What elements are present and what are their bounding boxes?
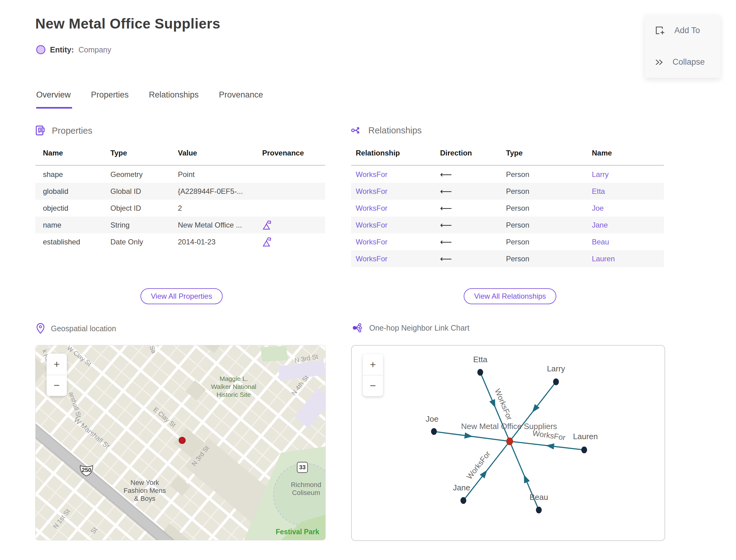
relationship-link[interactable]: WorksFor bbox=[351, 187, 435, 196]
table-row: nameStringNew Metal Office ... bbox=[35, 217, 325, 233]
tab-overview[interactable]: Overview bbox=[36, 90, 72, 109]
table-row: objectidObject ID2 bbox=[35, 200, 325, 217]
cell-direction: ⟵ bbox=[435, 220, 501, 230]
cell-direction: ⟵ bbox=[435, 186, 501, 196]
person-node-larry[interactable] bbox=[553, 378, 559, 385]
person-node-lauren[interactable] bbox=[581, 447, 587, 453]
view-all-relationships-button[interactable]: View All Relationships bbox=[464, 288, 556, 304]
relationship-link-text[interactable]: WorksFor bbox=[356, 204, 388, 212]
cell-type: Global ID bbox=[103, 187, 170, 196]
relationship-link[interactable]: WorksFor bbox=[351, 204, 435, 213]
geospatial-section-title: Geospatial location bbox=[51, 324, 116, 333]
relationship-link-text[interactable]: WorksFor bbox=[356, 255, 388, 263]
relationship-link-text[interactable]: WorksFor bbox=[356, 238, 388, 246]
entity-name-link[interactable]: Etta bbox=[587, 187, 664, 196]
table-row: WorksFor⟵PersonJoe bbox=[351, 200, 664, 217]
entity-name-link[interactable]: Jane bbox=[587, 221, 664, 229]
cell-provenance[interactable] bbox=[255, 237, 325, 247]
cell-name: objectid bbox=[35, 204, 103, 213]
cell-value: 2014-01-23 bbox=[170, 238, 255, 246]
column-header: Value bbox=[170, 149, 255, 157]
direction-arrow-icon: ⟵ bbox=[440, 237, 452, 247]
geospatial-map[interactable]: k RdW Clay StSaN 3rd StN 4th StMaggie L.… bbox=[35, 345, 326, 540]
relationship-link[interactable]: WorksFor bbox=[351, 170, 435, 179]
table-row: WorksFor⟵PersonLarry bbox=[351, 166, 664, 183]
cell-type: Person bbox=[501, 221, 587, 229]
cell-direction: ⟵ bbox=[435, 170, 501, 179]
view-all-properties-button[interactable]: View All Properties bbox=[140, 288, 223, 304]
cell-direction: ⟵ bbox=[435, 237, 501, 247]
column-header: Provenance bbox=[255, 149, 325, 157]
entity-name-link-text[interactable]: Jane bbox=[592, 221, 608, 229]
relationships-table-header: RelationshipDirectionTypeName bbox=[351, 149, 664, 157]
cell-value: New Metal Office ... bbox=[170, 221, 255, 229]
relationship-link-text[interactable]: WorksFor bbox=[356, 187, 388, 195]
link-chart-canvas: WorksForWorksForWorksForEttaLarryJoeLaur… bbox=[352, 346, 663, 539]
entity-location-marker[interactable] bbox=[179, 437, 186, 444]
entity-name-link-text[interactable]: Larry bbox=[592, 170, 609, 178]
entity-name-link-text[interactable]: Joe bbox=[592, 204, 604, 212]
direction-arrow-icon: ⟵ bbox=[440, 254, 452, 263]
direction-arrow-icon: ⟵ bbox=[440, 170, 452, 179]
entity-type-value: Company bbox=[79, 45, 111, 54]
person-node-etta[interactable] bbox=[477, 369, 483, 376]
column-header: Direction bbox=[435, 149, 501, 157]
person-node-beau[interactable] bbox=[536, 507, 542, 513]
entity-name-link-text[interactable]: Lauren bbox=[592, 255, 615, 263]
relationship-link[interactable]: WorksFor bbox=[351, 221, 435, 229]
entity-name-link[interactable]: Beau bbox=[587, 238, 664, 246]
add-to-label: Add To bbox=[674, 26, 700, 35]
cell-type: Person bbox=[501, 170, 587, 179]
cell-name: globalid bbox=[35, 187, 103, 196]
edge-arrowhead bbox=[524, 474, 530, 483]
entity-type-dot-icon bbox=[36, 45, 45, 54]
map-zoom-control: + − bbox=[47, 354, 67, 396]
collapse-label: Collapse bbox=[673, 57, 705, 67]
tab-bar: OverviewPropertiesRelationshipsProvenanc… bbox=[36, 90, 264, 109]
link-chart-icon bbox=[352, 323, 363, 333]
person-node-joe[interactable] bbox=[431, 428, 437, 435]
add-to-button[interactable]: Add To bbox=[645, 15, 720, 46]
entity-name-link[interactable]: Larry bbox=[587, 170, 664, 179]
entity-name-link[interactable]: Lauren bbox=[587, 255, 664, 263]
relationship-link[interactable]: WorksFor bbox=[351, 255, 435, 263]
add-to-icon bbox=[655, 26, 666, 36]
cell-type: Person bbox=[501, 204, 587, 213]
entity-name-link-text[interactable]: Beau bbox=[592, 238, 609, 246]
relationship-link[interactable]: WorksFor bbox=[351, 238, 435, 246]
map-zoom-in-button[interactable]: + bbox=[47, 354, 67, 375]
center-entity-node[interactable] bbox=[507, 438, 513, 445]
chart-zoom-out-button[interactable]: − bbox=[363, 375, 383, 397]
chart-zoom-in-button[interactable]: + bbox=[363, 354, 383, 375]
tab-provenance[interactable]: Provenance bbox=[219, 90, 264, 109]
entity-name-link[interactable]: Joe bbox=[587, 204, 664, 213]
chart-zoom-control: + − bbox=[363, 354, 383, 396]
entity-name-link-text[interactable]: Etta bbox=[592, 187, 605, 195]
map-label: Festival Park bbox=[276, 528, 319, 536]
edge-arrowhead bbox=[464, 432, 473, 439]
collapse-button[interactable]: Collapse bbox=[645, 46, 720, 78]
cell-provenance[interactable] bbox=[255, 220, 325, 230]
properties-icon bbox=[35, 125, 46, 136]
cell-name: established bbox=[35, 238, 103, 246]
cell-value: 2 bbox=[170, 204, 255, 213]
cell-type: Person bbox=[501, 187, 587, 196]
relationship-link-text[interactable]: WorksFor bbox=[356, 221, 388, 229]
table-row: establishedDate Only2014-01-23 bbox=[35, 233, 325, 250]
direction-arrow-icon: ⟵ bbox=[440, 187, 452, 196]
edge-arrowhead bbox=[546, 443, 554, 450]
table-row: WorksFor⟵PersonEtta bbox=[351, 183, 664, 200]
person-node-jane[interactable] bbox=[461, 497, 466, 504]
one-hop-link-chart[interactable]: WorksForWorksForWorksForEttaLarryJoeLaur… bbox=[351, 345, 665, 541]
link-chart-section-header: One-hop Neighbor Link Chart bbox=[352, 323, 470, 333]
node-label: Beau bbox=[530, 493, 548, 502]
map-zoom-out-button[interactable]: − bbox=[47, 375, 67, 396]
node-label: Larry bbox=[547, 364, 565, 373]
tab-properties[interactable]: Properties bbox=[91, 90, 130, 109]
map-pin-icon bbox=[36, 323, 45, 334]
table-row: WorksFor⟵PersonLauren bbox=[351, 250, 664, 267]
tab-relationships[interactable]: Relationships bbox=[149, 90, 200, 109]
entity-row: Entity: Company bbox=[36, 45, 111, 54]
relationship-link-text[interactable]: WorksFor bbox=[356, 170, 388, 178]
center-node-label: New Metal Office Suppliers bbox=[461, 422, 557, 431]
